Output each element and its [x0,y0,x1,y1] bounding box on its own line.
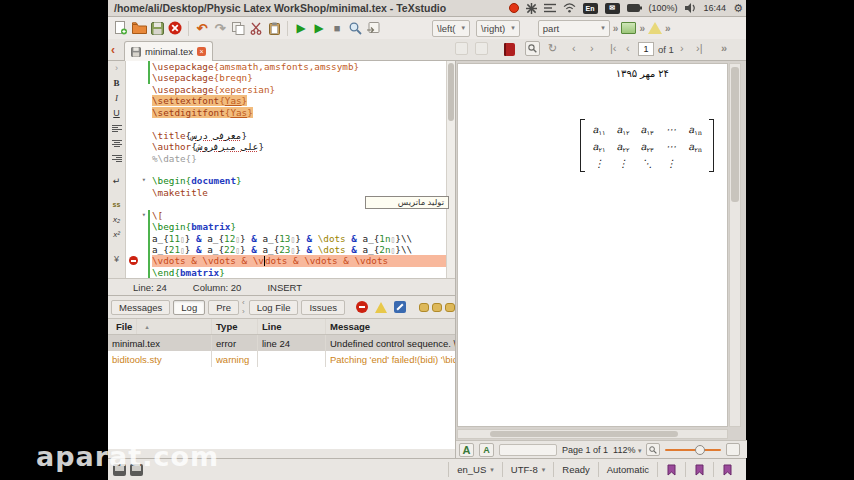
gutter-cell[interactable] [126,107,152,118]
close-button[interactable] [166,19,184,37]
gutter-cell[interactable] [126,267,152,278]
undo-button[interactable]: ↶ [193,19,211,37]
linebreak-button[interactable]: ↵ [110,175,124,187]
code-line[interactable] [126,118,446,129]
pdf-zoom-dropdown[interactable]: 112% ▾ [613,445,641,455]
code-line[interactable]: \usepackage{amsmath,amsfonts,amssymb} [126,61,446,72]
gutter-cell[interactable] [126,255,152,266]
gutter-cell[interactable] [126,84,152,95]
slider-handle[interactable] [695,445,705,455]
pdf-save-icon[interactable] [475,42,488,55]
gutter-cell[interactable] [126,233,152,244]
cut-button[interactable] [247,19,265,37]
bookmark-icon[interactable] [685,462,713,477]
section-dropdown[interactable]: part▾ [538,20,610,37]
log-tool-icon[interactable] [419,303,429,312]
tab-preview[interactable]: Pre [208,300,239,315]
tab-messages[interactable]: Messages [111,300,170,315]
tab-log[interactable]: Log [173,300,205,315]
new-file-button[interactable] [112,19,130,37]
goto-line-button[interactable] [364,19,382,37]
pdf-zoom-slider[interactable] [665,443,721,457]
code-line[interactable]: ▾\begin{document} [126,175,446,186]
column-file[interactable]: File▴ [108,319,212,334]
stop-button[interactable]: ■ [328,19,346,37]
toolbar-overflow-icon[interactable]: » [665,23,671,34]
code-line[interactable]: \usepackage{breqn} [126,72,446,83]
pdf-horizontal-scrollbar[interactable] [457,429,728,439]
gutter-cell[interactable] [126,153,152,164]
pdf-options-icon[interactable] [726,443,740,456]
toolbar-overflow-icon[interactable]: » [613,23,619,34]
volume-icon[interactable] [685,3,697,13]
log-table-header[interactable]: File▴ Type Line Message [108,319,455,335]
gear-icon[interactable]: ⚙ [733,3,743,14]
show-errors-icon[interactable] [356,301,368,313]
encoding-selector[interactable]: UTF-8▾ [502,462,553,477]
gutter-cell[interactable] [126,61,152,72]
column-message[interactable]: Message [326,319,455,334]
toolbar-overflow-icon[interactable]: » [639,23,645,34]
log-tool-icon[interactable] [445,303,455,312]
pdf-search-field[interactable] [499,444,557,456]
fit-page-button[interactable]: A [479,443,494,457]
wifi-icon[interactable] [563,3,576,13]
gutter-cell[interactable]: ▾ [126,175,152,186]
gutter-cell[interactable] [126,118,152,129]
pdf-forward-icon[interactable]: › [590,42,594,54]
smallcaps-button[interactable]: ss [110,198,124,210]
code-line[interactable]: \author{علی میرفروش} [126,141,446,152]
align-left-button[interactable] [110,122,124,134]
warning-triangle-icon[interactable] [648,22,662,34]
gutter-cell[interactable] [126,141,152,152]
bookmark-icon[interactable] [657,462,685,477]
code-line[interactable]: \settextfont{Yas} [126,95,446,106]
code-line[interactable]: ▾\[ [126,210,446,221]
pdf-document-icon[interactable] [504,43,515,56]
gutter-cell[interactable] [126,221,152,232]
log-row[interactable]: minimal.texerrorline 24Undefined control… [108,335,455,351]
log-tool-icon[interactable] [432,303,442,312]
code-line[interactable] [126,164,446,175]
pdf-page[interactable]: ۲۴ مهر ۱۳۹۵ a۱۱a۱۲a۱۳⋯a۱na۲۱a۲۲a۲۳⋯a۲n⋮⋮… [457,63,728,427]
pdf-last-page-icon[interactable]: ›| [696,42,703,54]
tab-scroll-left-icon[interactable]: ‹ [111,43,115,57]
subscript-button[interactable]: x₂ [110,213,124,225]
code-line[interactable]: \setdigitfont{Yas} [126,107,446,118]
editor-scrollbar[interactable] [446,61,455,278]
pdf-prev-page-icon[interactable]: ‹ [626,42,630,54]
align-right-button[interactable] [110,152,124,164]
battery-icon[interactable] [627,4,642,12]
menu-indicator-icon[interactable] [544,3,556,13]
build-and-view-button[interactable]: ▶ [292,19,310,37]
code-line[interactable]: a_{11▯} & a_{12▯} & a_{13▯} & \dots & a_… [126,233,446,244]
keyboard-layout-indicator[interactable]: En [583,3,598,14]
gutter-cell[interactable] [126,130,152,141]
log-row[interactable]: biditools.stywarningPatching 'end' faile… [108,351,455,367]
code-line[interactable]: %\date{} [126,153,446,164]
italic-button[interactable]: I [110,92,124,104]
starburst-icon[interactable] [526,3,537,14]
superscript-button[interactable]: x² [110,228,124,240]
code-line[interactable]: \vdots & \vdots & \vdots & \vdots & \vdo… [126,255,446,266]
pdf-refresh-icon[interactable]: ↻ [548,42,557,55]
pdf-vscroll-thumb[interactable] [731,67,739,202]
align-center-button[interactable] [110,137,124,149]
gutter-cell[interactable] [126,95,152,106]
pdf-hscroll-thumb[interactable] [490,431,678,437]
column-type[interactable]: Type [212,319,258,334]
misc-format-button[interactable]: ¥ [110,253,124,265]
pdf-toolbar-overflow-icon[interactable]: » [721,42,727,54]
pdf-back-icon[interactable]: ‹ [572,42,576,54]
left-delimiter-dropdown[interactable]: \left(▾ [432,20,470,37]
column-line[interactable]: Line [258,319,326,334]
editor-scrollbar-thumb[interactable] [448,63,454,121]
code-line[interactable]: \end{bmatrix} [126,267,446,278]
underline-button[interactable]: U [110,107,124,119]
record-indicator-icon[interactable] [509,3,519,13]
tab-log-file[interactable]: Log File [249,300,299,315]
pdf-magnifier-icon[interactable] [525,41,540,56]
pdf-next-page-icon[interactable]: › [680,42,684,54]
redo-button[interactable]: ↷ [211,19,229,37]
gutter-cell[interactable] [126,72,152,83]
